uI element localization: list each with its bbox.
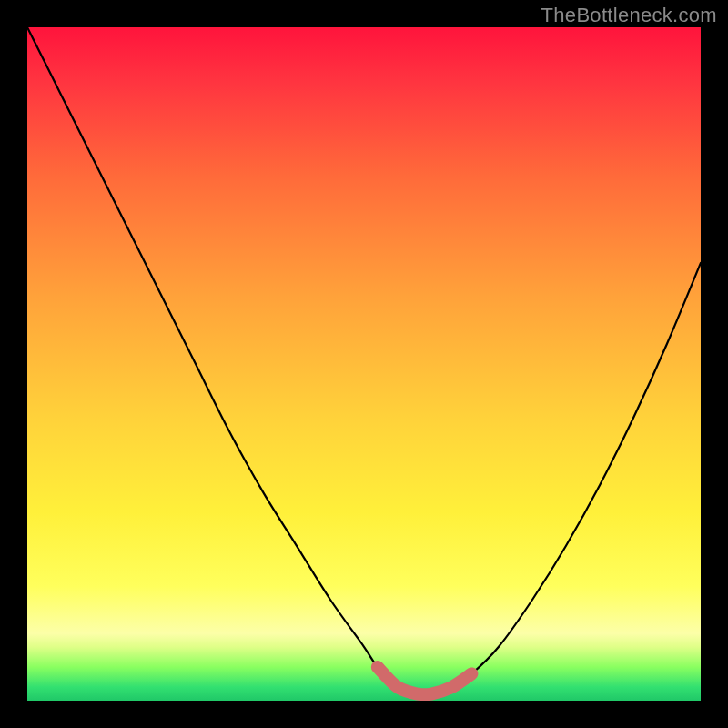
- chart-plot-area: [27, 27, 701, 701]
- chart-svg: [27, 27, 701, 701]
- chart-frame: TheBottleneck.com: [0, 0, 728, 728]
- watermark: TheBottleneck.com: [541, 4, 717, 27]
- flat-zone-marker: [378, 667, 472, 695]
- curve-line: [27, 27, 701, 695]
